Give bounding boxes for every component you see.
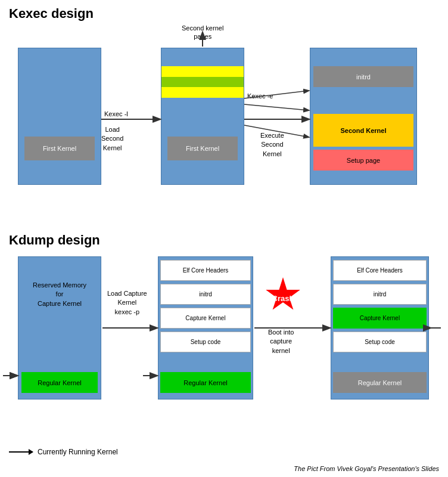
kexec-first-kernel-label1: First Kernel bbox=[24, 137, 95, 160]
crash-starburst-container: Crash bbox=[265, 277, 307, 313]
kexec-yellow1 bbox=[161, 66, 244, 77]
kdump-initrd2: initrd bbox=[160, 284, 251, 305]
kexec-yellow2 bbox=[161, 87, 244, 98]
boot-capture-label: Boot intocapturekernel bbox=[268, 328, 294, 355]
kdump-box2: Elf Core Headers initrd Capture Kernel S… bbox=[158, 256, 253, 399]
kexec-first-kernel-label2: First Kernel bbox=[167, 137, 238, 160]
legend-section: Currently Running Kernel bbox=[9, 448, 118, 456]
load-second-kernel-label: LoadSecondKernel bbox=[101, 125, 123, 153]
legend-label: Currently Running Kernel bbox=[38, 448, 118, 456]
crash-shape: Crash bbox=[265, 277, 301, 313]
legend-arrow-icon bbox=[9, 451, 33, 453]
kexec-box3: initrd Second Kernel Setup page bbox=[310, 48, 417, 185]
kdump-regular-kernel2: Regular Kernel bbox=[160, 372, 251, 393]
kdump-capture2: Capture Kernel bbox=[160, 308, 251, 329]
kexec-l-label: Kexec -l bbox=[104, 110, 128, 117]
kdump-regular-kernel3: Regular Kernel bbox=[333, 372, 427, 393]
crash-label: Crash bbox=[272, 294, 294, 303]
kdump-reserved-text: Reserved MemoryforCapture Kernel bbox=[21, 281, 98, 308]
second-kernel-pages-label: Second kernelpages bbox=[182, 24, 223, 41]
kdump-elf-core3: Elf Core Headers bbox=[333, 260, 427, 281]
kdump-box3: Elf Core Headers initrd Capture Kernel S… bbox=[331, 256, 429, 399]
footer-text: The Pict From Vivek Goyal's Presentation… bbox=[294, 465, 439, 472]
kexec-initrd: initrd bbox=[313, 66, 413, 87]
kexec-box1: First Kernel bbox=[18, 48, 101, 185]
load-capture-kernel-label: Load CaptureKernelkexec -p bbox=[107, 289, 147, 317]
kexec-e-label: Kexec -e bbox=[247, 92, 273, 100]
svg-line-4 bbox=[244, 104, 309, 110]
kdump-setup2: Setup code bbox=[160, 332, 251, 352]
kdump-section: Kdump design Reserved MemoryforCapture K… bbox=[0, 227, 448, 411]
kdump-capture3: Capture Kernel bbox=[333, 308, 427, 329]
kexec-section: Kexec design First Kernel Kexec -l LoadS… bbox=[0, 0, 448, 227]
kexec-green bbox=[161, 77, 244, 88]
kexec-title: Kexec design bbox=[0, 0, 448, 24]
kdump-elf-core2: Elf Core Headers bbox=[160, 260, 251, 281]
kdump-regular-kernel1: Regular Kernel bbox=[21, 372, 98, 393]
kdump-initrd3: initrd bbox=[333, 284, 427, 305]
kexec-setup-page: Setup page bbox=[313, 150, 413, 171]
kdump-box1: Reserved MemoryforCapture Kernel Regular… bbox=[18, 256, 101, 399]
kdump-title: Kdump design bbox=[0, 227, 448, 251]
kdump-setup3: Setup code bbox=[333, 332, 427, 352]
kexec-second-kernel: Second Kernel bbox=[313, 114, 413, 147]
kexec-box2: First Kernel bbox=[161, 48, 244, 185]
execute-second-kernel-label: ExecuteSecondKernel bbox=[260, 131, 284, 159]
